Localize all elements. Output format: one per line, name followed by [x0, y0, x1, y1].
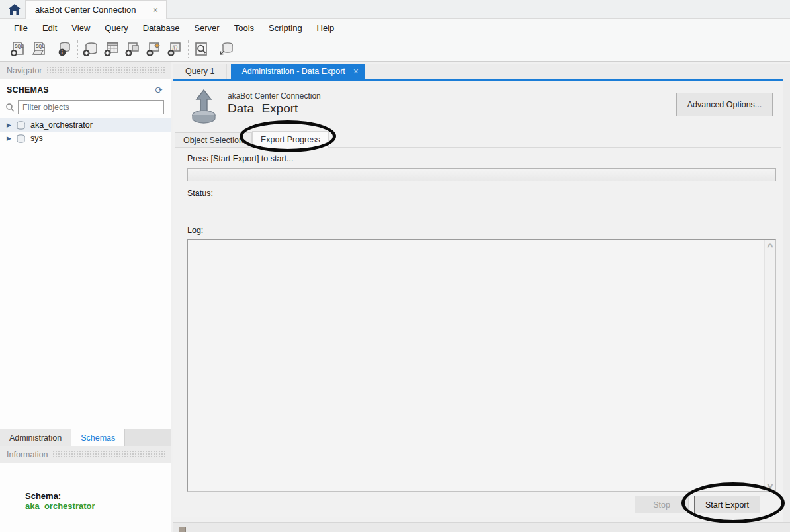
database-schema-icon	[16, 121, 26, 130]
scroll-up-icon[interactable]: ∧	[766, 242, 775, 248]
home-tab-button[interactable]	[4, 1, 25, 17]
export-progress-pane: Press [Start Export] to start... Status:…	[175, 147, 781, 517]
create-function-icon[interactable]: f()	[165, 39, 186, 59]
tab-administration-data-export[interactable]: Administration - Data Export ×	[231, 64, 365, 79]
tab-close-icon[interactable]: ×	[353, 66, 359, 77]
advanced-options-button[interactable]: Advanced Options...	[676, 93, 773, 116]
expand-arrow-icon[interactable]: ▶	[7, 135, 16, 142]
toolbar-separator	[188, 40, 189, 58]
log-scrollbar[interactable]: ∧ ∨	[764, 240, 775, 491]
output-panel-icon	[179, 527, 186, 532]
export-connection-name: akaBot Center Connection	[228, 91, 321, 101]
schemas-panel: SCHEMAS ⟳ ▶ aka_orchestrator ▶	[0, 79, 171, 429]
menu-item-view[interactable]: View	[64, 23, 97, 33]
information-header-pattern	[52, 451, 165, 458]
title-tab-bar: akaBot Center Connection ×	[0, 0, 790, 19]
expand-arrow-icon[interactable]: ▶	[7, 122, 16, 128]
menu-item-scripting[interactable]: Scripting	[261, 23, 310, 33]
export-log-textarea[interactable]: ∧ ∨	[187, 239, 776, 492]
start-export-button[interactable]: Start Export	[694, 496, 760, 513]
page-title: Data Export	[228, 101, 298, 116]
data-export-icon	[189, 89, 219, 124]
menu-item-help[interactable]: Help	[310, 23, 342, 33]
scroll-down-icon[interactable]: ∨	[766, 482, 775, 489]
create-view-icon[interactable]	[122, 39, 144, 59]
progress-prompt-text: Press [Start Export] to start...	[187, 154, 293, 163]
menu-item-database[interactable]: Database	[136, 23, 187, 33]
toolbar-separator	[214, 40, 214, 58]
navigator-header: Navigator	[0, 62, 171, 79]
toolbar-separator	[5, 40, 5, 58]
menu-bar: File Edit View Query Database Server Too…	[0, 19, 790, 36]
status-label: Status:	[187, 189, 213, 198]
menu-item-edit[interactable]: Edit	[35, 23, 64, 33]
search-icon	[5, 103, 15, 112]
log-label: Log:	[187, 226, 203, 235]
schema-tree-label: sys	[30, 134, 43, 143]
search-table-data-icon[interactable]	[191, 39, 212, 59]
create-table-icon[interactable]	[101, 39, 122, 59]
reconnect-database-icon[interactable]	[216, 39, 238, 59]
create-schema-icon[interactable]	[80, 39, 101, 59]
schema-tree-item-aka-orchestrator[interactable]: ▶ aka_orchestrator	[0, 118, 171, 132]
menu-item-server[interactable]: Server	[187, 23, 226, 33]
tab-export-progress[interactable]: Export Progress	[252, 131, 329, 148]
create-procedure-icon[interactable]	[144, 39, 165, 59]
schemas-header-label: SCHEMAS	[7, 85, 49, 95]
tab-object-selection[interactable]: Object Selection	[175, 132, 252, 148]
navigator-sidebar: Navigator SCHEMAS ⟳ ▶ aka_orchestrator	[0, 62, 171, 532]
tab-administration-label: Administration	[9, 433, 62, 443]
svg-text:f(): f()	[173, 44, 178, 50]
schema-tree-item-sys[interactable]: ▶ sys	[0, 132, 171, 145]
sidebar-bottom-tabs: Administration Schemas	[0, 429, 171, 446]
schema-name-value: aka_orchestrator	[25, 501, 171, 511]
export-progress-bar	[187, 168, 776, 181]
svg-text:SQL: SQL	[15, 44, 23, 49]
toolbar-separator	[52, 40, 52, 58]
export-subtabs: Object Selection Export Progress	[175, 131, 329, 148]
tab-query-1[interactable]: Query 1	[173, 64, 227, 79]
document-tab-bar: Query 1 Administration - Data Export ×	[173, 64, 783, 79]
tab-export-progress-label: Export Progress	[261, 135, 320, 144]
home-icon	[7, 3, 22, 15]
navigator-title: Navigator	[7, 66, 42, 75]
toolbar-separator	[77, 40, 78, 58]
right-panel-strip	[783, 64, 790, 532]
tab-schemas-label: Schemas	[81, 433, 115, 443]
menu-item-query[interactable]: Query	[97, 23, 135, 33]
tab-administration-data-export-label: Administration - Data Export	[241, 67, 345, 76]
connection-tab-label: akaBot Center Connection	[35, 5, 150, 15]
information-panel: Schema: aka_orchestrator	[0, 463, 171, 532]
data-export-panel: akaBot Center Connection Data Export Adv…	[173, 81, 783, 517]
tab-schemas[interactable]: Schemas	[71, 429, 125, 446]
schema-label: Schema:	[25, 491, 171, 501]
stop-button[interactable]: Stop	[635, 496, 689, 513]
information-title: Information	[7, 450, 48, 459]
refresh-schemas-icon[interactable]: ⟳	[155, 87, 163, 93]
connection-tab[interactable]: akaBot Center Connection ×	[25, 0, 167, 19]
open-sql-script-icon[interactable]: SQL	[28, 39, 50, 59]
filter-objects-input[interactable]	[18, 100, 164, 114]
output-panel-partial	[173, 522, 790, 532]
menu-item-file[interactable]: File	[7, 23, 35, 33]
toolbar: SQL SQL i f()	[0, 36, 790, 62]
tab-object-selection-label: Object Selection	[183, 136, 243, 145]
new-sql-tab-icon[interactable]: SQL	[7, 39, 28, 59]
inspector-icon[interactable]: i	[54, 39, 75, 59]
connection-tab-close-icon[interactable]: ×	[150, 5, 161, 15]
schema-tree-label: aka_orchestrator	[30, 120, 93, 130]
tab-query-1-label: Query 1	[185, 67, 214, 76]
mysql-workbench-window: akaBot Center Connection × File Edit Vie…	[0, 0, 790, 532]
navigator-header-pattern	[46, 67, 166, 74]
svg-text:SQL: SQL	[36, 44, 44, 49]
database-schema-icon	[16, 134, 26, 143]
information-header: Information	[0, 446, 171, 463]
tab-administration[interactable]: Administration	[0, 429, 71, 446]
menu-item-tools[interactable]: Tools	[227, 23, 261, 33]
